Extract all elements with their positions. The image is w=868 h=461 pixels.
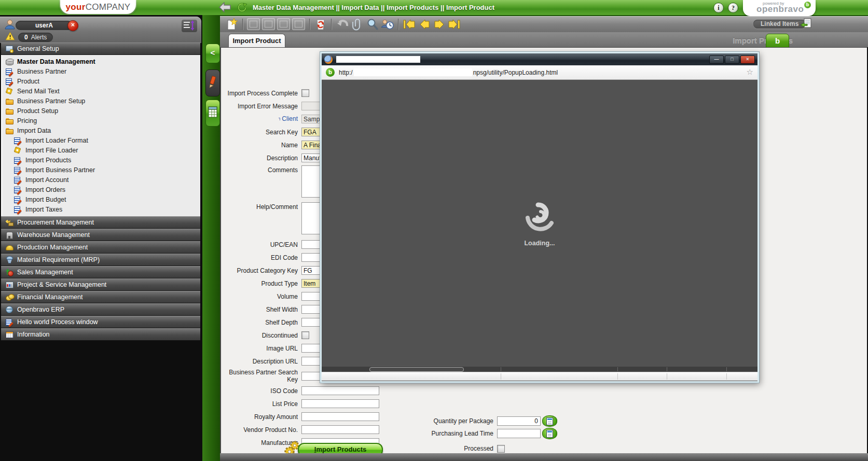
breadcrumb: Master Data Management || Import Data ||… xyxy=(253,4,494,11)
calculator-icon[interactable] xyxy=(542,415,557,427)
field-iso-code[interactable] xyxy=(301,386,379,395)
form-fields-right: Quantity per PackagePurchasing Lead Time… xyxy=(377,415,595,455)
sidebar-item-material-requirement-mrp[interactable]: Material Requirement (MRP) xyxy=(1,254,200,266)
production-icon xyxy=(5,243,13,252)
user-name[interactable]: userA xyxy=(16,21,73,30)
sidebar-item-import-data[interactable]: Import Data xyxy=(5,125,200,135)
popup-title-bar[interactable]: — □ × xyxy=(322,53,757,65)
audit-icon[interactable] xyxy=(381,18,394,31)
sidebar-item-general-setup[interactable]: General Setup xyxy=(1,43,200,55)
first-record-icon[interactable] xyxy=(403,18,416,31)
scrollbar-thumb[interactable] xyxy=(369,367,464,372)
field-processed[interactable] xyxy=(497,445,505,453)
help-icon[interactable]: ? xyxy=(728,3,738,13)
menu-item-label: Import Account xyxy=(25,176,68,184)
toolbar-separator xyxy=(331,19,332,30)
maximize-button[interactable]: □ xyxy=(725,55,739,64)
grid-icon xyxy=(208,106,217,120)
sidebar-item-warehouse-management[interactable]: Warehouse Management xyxy=(1,229,200,241)
field-label-client[interactable]: Client xyxy=(222,115,301,123)
sidebar-item-business-partner-setup[interactable]: Business Partner Setup xyxy=(5,96,200,106)
sidebar-item-import-products[interactable]: Import Products xyxy=(5,155,200,165)
new-record-icon[interactable] xyxy=(225,18,238,31)
field-label-product-type: Product Type xyxy=(222,280,301,287)
minimize-button[interactable]: — xyxy=(709,55,724,64)
field-purchasing-lead-time[interactable] xyxy=(497,429,541,438)
back-icon[interactable] xyxy=(219,2,230,13)
sidebar-item-import-account[interactable]: Import Account xyxy=(5,175,200,185)
winedit-icon xyxy=(13,205,22,214)
field-import-process-complete[interactable] xyxy=(301,89,309,97)
sidebar-item-openbravo-erp[interactable]: Openbravo ERP xyxy=(1,303,200,316)
sidebar-item-business-partner[interactable]: Business Partner xyxy=(5,66,200,76)
tab-import-product[interactable]: Import Product xyxy=(228,34,285,48)
sidebar-item-import-budget[interactable]: Import Budget xyxy=(5,194,200,204)
previous-record-icon[interactable] xyxy=(418,18,431,31)
sidebar-item-import-taxes[interactable]: Import Taxes xyxy=(5,204,200,214)
popup-horizontal-scrollbar[interactable] xyxy=(322,367,757,372)
sidebar-item-send-mail-text[interactable]: Send Mail Text xyxy=(5,86,200,96)
menu-item-label: Import Business Partner xyxy=(25,166,95,174)
bookmark-star-icon[interactable]: ☆ xyxy=(747,67,753,77)
close-button[interactable]: × xyxy=(740,55,755,64)
field-list-price[interactable] xyxy=(301,399,379,408)
sidebar-item-pricing[interactable]: Pricing xyxy=(5,116,200,125)
winedit-icon xyxy=(13,176,22,184)
field-discontinued[interactable] xyxy=(301,331,309,339)
field-label-iso-code: ISO Code xyxy=(222,387,301,395)
sidebar-item-import-file-loader[interactable]: Import File Loader xyxy=(5,145,200,155)
sidebar-item-master-data-management[interactable]: Master Data Management xyxy=(5,57,200,66)
edit-mode-tab[interactable] xyxy=(205,69,220,96)
field-label-business-partner-search-key: Business Partner Search Key xyxy=(222,369,301,383)
attachment-icon[interactable] xyxy=(351,18,364,31)
menu-item-label: Sales Management xyxy=(17,269,73,276)
procurement-icon xyxy=(5,218,13,227)
alerts-badge[interactable]: 0Alerts xyxy=(18,33,53,42)
sidebar-item-procurement-management[interactable]: Procurement Management xyxy=(1,216,200,229)
collapse-sidebar-button[interactable]: < xyxy=(205,44,220,63)
save-icon xyxy=(277,18,290,31)
url-path: npsg/utility/PopupLoading.html xyxy=(473,69,558,76)
menu-item-label: Material Requirement (MRP) xyxy=(17,256,100,263)
delete-icon[interactable] xyxy=(314,18,327,31)
field-royalty-amount[interactable] xyxy=(301,412,379,421)
collapse-menu-icon[interactable] xyxy=(182,20,197,32)
calculator-icon[interactable] xyxy=(542,428,557,439)
sidebar-item-import-loader-format[interactable]: Import Loader Format xyxy=(5,135,200,145)
field-quantity-per-package[interactable] xyxy=(497,416,541,426)
bottom-strip xyxy=(220,453,868,461)
sidebar-item-product-setup[interactable]: Product Setup xyxy=(5,106,200,116)
popup-url-bar[interactable]: b http:/ npsg/utility/PopupLoading.html … xyxy=(322,65,757,80)
next-record-icon[interactable] xyxy=(433,18,446,31)
reload-icon[interactable] xyxy=(237,2,248,13)
pencil-icon xyxy=(208,75,217,91)
sidebar-item-production-management[interactable]: Production Management xyxy=(1,241,200,254)
search-icon[interactable] xyxy=(366,18,379,31)
popup-content: Loading... xyxy=(322,80,757,367)
field-vendor-product-no[interactable] xyxy=(301,425,379,434)
sidebar-item-product[interactable]: Product xyxy=(5,76,200,86)
linked-items-button[interactable]: Linked Items xyxy=(753,20,806,29)
alerts-row[interactable]: 0Alerts xyxy=(5,32,53,43)
sidebar-item-import-orders[interactable]: Import Orders xyxy=(5,185,200,194)
menu-item-label: Hello world Process window xyxy=(17,318,98,326)
sidebar-item-information[interactable]: Information xyxy=(1,328,200,341)
sidebar-item-hello-world-process-window[interactable]: Hello world Process window xyxy=(1,316,200,328)
sidebar-item-sales-management[interactable]: Sales Management xyxy=(1,266,200,278)
sidebar-item-financial-management[interactable]: Financial Management xyxy=(1,291,200,303)
winedit-icon xyxy=(13,195,22,204)
save-new-icon xyxy=(262,18,275,31)
info-icon[interactable]: i xyxy=(713,3,724,13)
grid-mode-tab[interactable] xyxy=(205,100,220,127)
popup-title-redacted xyxy=(336,56,420,63)
sidebar-item-import-business-partner[interactable]: Import Business Partner xyxy=(5,165,200,175)
form-row-purchasing-lead-time: Purchasing Lead Time xyxy=(377,427,595,440)
folder-icon xyxy=(5,97,13,105)
logout-icon[interactable]: × xyxy=(67,20,78,31)
last-record-icon[interactable] xyxy=(448,18,461,31)
openbravo-window-icon: b xyxy=(766,34,789,48)
linked-items-icon[interactable] xyxy=(800,18,812,32)
sidebar-item-project-service-management[interactable]: Project & Service Management xyxy=(1,278,200,291)
winedit-icon xyxy=(13,186,22,194)
field-label-shelf-depth: Shelf Depth xyxy=(222,319,301,326)
